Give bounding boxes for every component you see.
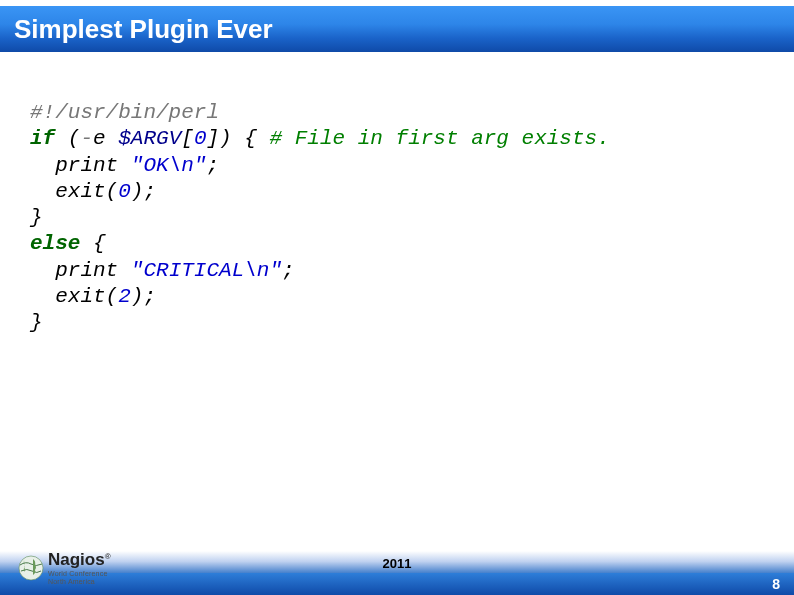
code-if: if <box>30 127 55 150</box>
code-text: print <box>30 154 131 177</box>
code-var: $ARGV <box>118 127 181 150</box>
code-block: #!/usr/bin/perl if (-e $ARGV[0]) { # Fil… <box>30 100 750 336</box>
logo-sub2: North America <box>48 578 111 585</box>
logo-text-block: Nagios® World Conference North America <box>48 551 111 585</box>
code-text: ); <box>131 180 156 203</box>
logo-reg: ® <box>105 552 111 561</box>
globe-icon <box>18 555 44 581</box>
code-text: [ <box>181 127 194 150</box>
code-text: { <box>80 232 105 255</box>
footer: 2011 8 <box>0 551 794 595</box>
logo-name: Nagios <box>48 550 105 569</box>
code-text: ; <box>206 154 219 177</box>
code-text: ); <box>131 285 156 308</box>
code-num: 2 <box>118 285 131 308</box>
code-num: 0 <box>118 180 131 203</box>
footer-bar <box>0 573 794 595</box>
code-else: else <box>30 232 80 255</box>
code-op: - <box>80 127 93 150</box>
title-bar: Simplest Plugin Ever <box>0 6 794 52</box>
code-text: ; <box>282 259 295 282</box>
code-text: ( <box>55 127 80 150</box>
code-shebang: #!/usr/bin/perl <box>30 101 219 124</box>
code-text: ]) { <box>207 127 270 150</box>
code-text: } <box>30 311 43 334</box>
page-number: 8 <box>772 576 780 592</box>
code-text: exit( <box>30 285 118 308</box>
nagios-logo: Nagios® World Conference North America <box>18 551 111 585</box>
logo-sub1: World Conference <box>48 570 111 577</box>
code-str: "OK\n" <box>131 154 207 177</box>
code-text: exit( <box>30 180 118 203</box>
code-comment: # File in first arg exists. <box>270 127 610 150</box>
code-text: } <box>30 206 43 229</box>
code-str: "CRITICAL\n" <box>131 259 282 282</box>
footer-year: 2011 <box>0 556 794 571</box>
svg-point-0 <box>19 556 43 580</box>
code-text: print <box>30 259 131 282</box>
code-num: 0 <box>194 127 207 150</box>
code-text: e <box>93 127 118 150</box>
slide: Simplest Plugin Ever #!/usr/bin/perl if … <box>0 0 794 595</box>
slide-title: Simplest Plugin Ever <box>14 14 273 45</box>
